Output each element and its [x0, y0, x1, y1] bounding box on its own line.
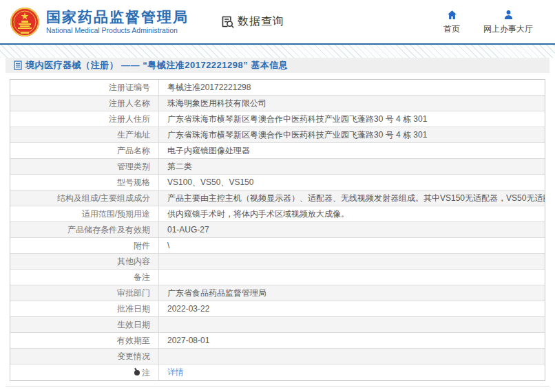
- field-label: 生产地址: [10, 127, 159, 142]
- field-label: 附件: [10, 238, 159, 253]
- data-query-button[interactable]: 数据查询: [220, 14, 284, 29]
- nav-home[interactable]: 首页: [443, 9, 460, 35]
- field-label: 审批部门: [10, 285, 159, 301]
- field-value: 广东省珠海市横琴新区粤澳合作中医药科技产业园飞蓬路30 号 4 栋 301: [159, 111, 545, 127]
- site-subtitle: National Medical Products Administration: [46, 25, 189, 35]
- table-row: 产品储存条件及有效期01-AUG-27: [10, 222, 545, 238]
- field-label: 管理类别: [10, 159, 159, 174]
- field-value: 详情: [159, 364, 545, 380]
- field-label: 变更情况: [10, 349, 159, 364]
- section-title-bar: 境内医疗器械（注册） —— “粤械注准20172221298” 基本信息: [6, 58, 549, 73]
- table-row: 生产地址广东省珠海市横琴新区粤澳合作中医药科技产业园飞蓬路30 号 4 栋 30…: [10, 127, 545, 143]
- footer-divider: [6, 386, 549, 386]
- field-label: 批准日期: [10, 301, 159, 316]
- field-label: 其他内容: [10, 254, 159, 269]
- field-label: 结构及组成/主要组成成分: [10, 190, 159, 206]
- table-row: 型号规格VS100、VS50、VS150: [10, 175, 545, 190]
- document-icon: [14, 61, 22, 70]
- field-value: VS100、VS50、VS150: [159, 175, 545, 190]
- field-value: 珠海明象医用科技有限公司: [159, 96, 545, 111]
- field-label: 适用范围/预期用途: [10, 206, 159, 221]
- field-value: [159, 349, 545, 364]
- table-row: 管理类别第二类: [10, 159, 545, 175]
- table-row: 产品名称电子内窥镜图像处理器: [10, 143, 545, 159]
- table-row: 结构及组成/主要组成成分产品主要由主控主机（视频显示器）、适配器、无线视频发射器…: [10, 190, 545, 206]
- field-value: 广东省食品药品监督管理局: [159, 285, 545, 301]
- field-label: 有效期至: [10, 333, 159, 348]
- detail-link[interactable]: 详情: [167, 367, 184, 377]
- table-row: 注详情: [10, 364, 545, 380]
- field-value: 供内窥镜手术时，将体内手术区域视频放大成像。: [159, 206, 545, 221]
- nav-service-hall-label: 网上办事大厅: [483, 23, 533, 35]
- field-value: 产品主要由主控主机（视频显示器）、适配器、无线视频发射器组成。其中VS150无适…: [159, 190, 545, 206]
- table-row: 附件\: [10, 238, 545, 254]
- table-row: 其他内容: [10, 254, 545, 270]
- table-row: 注册证编号粤械注准20172221298: [10, 80, 545, 96]
- header-nav: 首页 网上办事大厅: [443, 9, 545, 35]
- field-label: 注册人住所: [10, 111, 159, 127]
- data-query-label: 数据查询: [238, 14, 284, 29]
- field-value: \: [159, 238, 545, 253]
- field-value: 粤械注准20172221298: [159, 80, 545, 95]
- field-label: 型号规格: [10, 175, 159, 190]
- page: 国家药品监督管理局 National Medical Products Admi…: [0, 0, 555, 392]
- table-row: 生效日期: [10, 317, 545, 333]
- home-icon: [446, 9, 458, 21]
- hatched-strip: [0, 45, 555, 58]
- field-value: 电子内窥镜图像处理器: [159, 143, 545, 158]
- pin-icon: [134, 370, 140, 375]
- field-value: 广东省珠海市横琴新区粤澳合作中医药科技产业园飞蓬路30 号 4 栋 301: [159, 127, 545, 142]
- table-row: 备注: [10, 270, 545, 285]
- national-emblem-logo: [10, 7, 40, 37]
- field-value: [159, 317, 545, 332]
- site-title: 国家药品监督管理局: [46, 9, 189, 25]
- nav-home-label: 首页: [443, 23, 460, 35]
- field-value: [159, 270, 545, 285]
- field-value: 2027-08-01: [159, 333, 545, 348]
- field-label: 注册人名称: [10, 96, 159, 111]
- field-label: 生效日期: [10, 317, 159, 332]
- field-value: 01-AUG-27: [159, 222, 545, 237]
- table-row: 注册人住所广东省珠海市横琴新区粤澳合作中医药科技产业园飞蓬路30 号 4 栋 3…: [10, 111, 545, 127]
- document-search-icon: [220, 14, 235, 29]
- field-value: [159, 254, 545, 269]
- table-row: 注册人名称珠海明象医用科技有限公司: [10, 96, 545, 111]
- field-label: 产品储存条件及有效期: [10, 222, 159, 237]
- field-value: 2022-03-22: [159, 301, 545, 316]
- field-label: 注: [10, 364, 159, 380]
- field-label: 产品名称: [10, 143, 159, 158]
- table-row: 审批部门广东省食品药品监督管理局: [10, 285, 545, 301]
- table-row: 适用范围/预期用途供内窥镜手术时，将体内手术区域视频放大成像。: [10, 206, 545, 222]
- brand-block: 国家药品监督管理局 National Medical Products Admi…: [46, 9, 189, 35]
- page-title: 境内医疗器械（注册） —— “粤械注准20172221298” 基本信息: [25, 59, 288, 72]
- person-icon: [503, 9, 514, 21]
- table-row: 变更情况: [10, 349, 545, 364]
- table-row: 批准日期2022-03-22: [10, 301, 545, 317]
- table-row: 有效期至2027-08-01: [10, 333, 545, 349]
- header: 国家药品监督管理局 National Medical Products Admi…: [0, 0, 555, 43]
- field-label: 备注: [10, 270, 159, 285]
- nav-online-service-hall[interactable]: 网上办事大厅: [483, 9, 533, 35]
- field-value: 第二类: [159, 159, 545, 174]
- info-table: 注册证编号粤械注准20172221298注册人名称珠海明象医用科技有限公司注册人…: [10, 79, 545, 381]
- field-label: 注册证编号: [10, 80, 159, 95]
